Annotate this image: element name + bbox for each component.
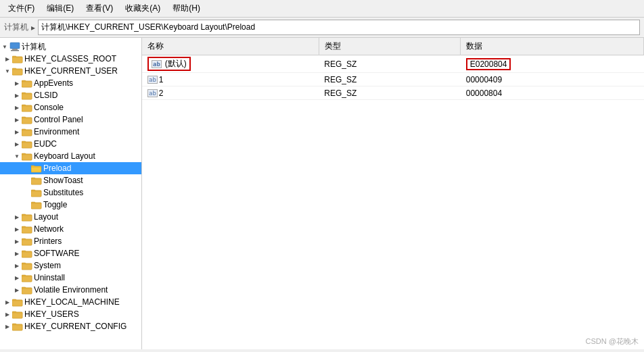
menu-favorites[interactable]: 收藏夹(A) xyxy=(120,1,166,16)
tree-item-keyboardlayout[interactable]: ▼ Keyboard Layout xyxy=(0,150,141,162)
folder-icon-system xyxy=(22,261,32,270)
expand-btn-software[interactable]: ▶ xyxy=(12,249,22,258)
tree-item-hkcu[interactable]: ▼ HKEY_CURRENT_USER xyxy=(0,65,141,77)
tree-label-computer: 计算机 xyxy=(22,41,46,53)
folder-icon-uninstall xyxy=(22,273,32,282)
table-row[interactable]: ab2REG_SZ00000804 xyxy=(142,86,644,100)
tree-item-console[interactable]: ▶ Console xyxy=(0,101,141,114)
menu-help[interactable]: 帮助(H) xyxy=(167,1,206,16)
expand-btn-hklm[interactable]: ▶ xyxy=(3,297,12,307)
tree-label-hklm: HKEY_LOCAL_MACHINE xyxy=(24,296,120,308)
svg-rect-0 xyxy=(10,43,20,49)
tree-label-controlpanel: Control Panel xyxy=(34,114,83,126)
tree-item-hku[interactable]: ▶ HKEY_USERS xyxy=(0,308,141,320)
tree-item-preload[interactable]: Preload xyxy=(0,162,141,174)
tree-item-uninstall[interactable]: ▶ Uninstall xyxy=(0,272,141,284)
svg-rect-64 xyxy=(12,300,22,306)
folder-icon-controlpanel xyxy=(22,115,32,124)
tree-label-keyboardlayout: Keyboard Layout xyxy=(34,150,95,162)
cell-data-0: E0200804 xyxy=(461,55,644,73)
svg-rect-70 xyxy=(12,324,22,330)
expand-btn-printers[interactable]: ▶ xyxy=(12,236,22,246)
tree-label-environment: Environment xyxy=(34,126,79,138)
tree-item-computer[interactable]: ▼ 计算机 xyxy=(0,41,141,53)
tree-item-layout[interactable]: ▶ Layout xyxy=(0,211,141,223)
expand-btn-hkcc[interactable]: ▶ xyxy=(3,322,12,331)
tree-item-hkcr[interactable]: ▶ HKEY_CLASSES_ROOT xyxy=(0,53,141,65)
folder-icon-clsid xyxy=(22,91,32,100)
tree-label-toggle: Toggle xyxy=(43,199,67,211)
expand-btn-keyboardlayout[interactable]: ▼ xyxy=(12,151,22,161)
expand-btn-controlpanel[interactable]: ▶ xyxy=(12,115,22,124)
expand-btn-computer[interactable]: ▼ xyxy=(0,42,9,51)
tree-item-printers[interactable]: ▶ Printers xyxy=(0,235,141,247)
folder-icon-layout xyxy=(22,212,32,222)
cell-name-0: ab(默认) xyxy=(142,55,319,73)
tree-label-hku: HKEY_USERS xyxy=(24,308,79,320)
svg-rect-23 xyxy=(22,130,32,136)
tree-label-system: System xyxy=(34,259,61,272)
expand-btn-clsid[interactable]: ▶ xyxy=(12,91,22,100)
tree-item-substitutes[interactable]: Substitutes xyxy=(0,186,141,199)
tree-item-software[interactable]: ▶ SOFTWARE xyxy=(0,247,141,259)
expand-btn-layout[interactable]: ▶ xyxy=(12,212,22,222)
tree-label-substitutes: Substitutes xyxy=(43,186,83,199)
folder-icon-environment xyxy=(22,127,32,136)
expand-btn-uninstall[interactable]: ▶ xyxy=(12,273,22,282)
table-row[interactable]: ab1REG_SZ00000409 xyxy=(142,73,644,86)
tree-item-controlpanel[interactable]: ▶ Control Panel xyxy=(0,114,141,126)
tree-item-toggle[interactable]: Toggle xyxy=(0,199,141,211)
menu-edit[interactable]: 编辑(E) xyxy=(41,1,79,16)
tree-item-network[interactable]: ▶ Network xyxy=(0,223,141,235)
expand-btn-eudc[interactable]: ▶ xyxy=(12,139,22,149)
svg-rect-58 xyxy=(22,276,32,282)
svg-rect-61 xyxy=(22,288,32,294)
svg-rect-67 xyxy=(12,312,22,318)
expand-btn-hkcu[interactable]: ▼ xyxy=(3,66,12,76)
tree-item-appevents[interactable]: ▶ AppEvents xyxy=(0,77,141,89)
svg-rect-52 xyxy=(22,251,32,257)
tree-item-eudc[interactable]: ▶ EUDC xyxy=(0,138,141,150)
col-type: 类型 xyxy=(319,38,460,55)
expand-btn-volatileenv[interactable]: ▶ xyxy=(12,285,22,295)
tree-label-network: Network xyxy=(34,223,64,235)
tree-label-layout: Layout xyxy=(34,211,58,223)
tree-item-environment[interactable]: ▶ Environment xyxy=(0,126,141,138)
tree-item-hkcc[interactable]: ▶ HKEY_CURRENT_CONFIG xyxy=(0,320,141,332)
expand-btn-environment[interactable]: ▶ xyxy=(12,127,22,136)
expand-btn-system[interactable]: ▶ xyxy=(12,261,22,270)
col-name: 名称 xyxy=(142,38,319,55)
tree-item-hklm[interactable]: ▶ HKEY_LOCAL_MACHINE xyxy=(0,296,141,308)
svg-rect-55 xyxy=(22,263,32,270)
svg-rect-29 xyxy=(22,154,32,160)
tree-panel[interactable]: ▼ 计算机▶ HKEY_CLASSES_ROOT▼ HKEY_CURRENT_U… xyxy=(0,38,142,349)
address-path[interactable]: 计算机\HKEY_CURRENT_USER\Keyboard Layout\Pr… xyxy=(38,20,640,35)
folder-icon-volatileenv xyxy=(22,285,32,295)
svg-rect-34 xyxy=(31,178,41,184)
tree-item-showtoast[interactable]: ShowToast xyxy=(0,174,141,186)
tree-label-console: Console xyxy=(34,101,64,114)
svg-rect-49 xyxy=(22,239,32,245)
address-label: 计算机 xyxy=(4,22,28,33)
folder-icon-hkcr xyxy=(12,54,23,64)
tree-item-system[interactable]: ▶ System xyxy=(0,259,141,272)
expand-btn-appevents[interactable]: ▶ xyxy=(12,78,22,88)
folder-icon-computer xyxy=(9,42,20,51)
folder-icon-appevents xyxy=(22,78,32,88)
cell-data-2: 00000804 xyxy=(461,86,644,100)
menu-bar: 文件(F) 编辑(E) 查看(V) 收藏夹(A) 帮助(H) xyxy=(0,0,644,18)
svg-rect-20 xyxy=(22,118,32,124)
tree-item-volatileenv[interactable]: ▶ Volatile Environment xyxy=(0,284,141,296)
expand-btn-console[interactable]: ▶ xyxy=(12,103,22,112)
menu-file[interactable]: 文件(F) xyxy=(3,1,40,16)
expand-btn-hkcr[interactable]: ▶ xyxy=(3,54,12,64)
expand-btn-hku[interactable]: ▶ xyxy=(3,309,12,319)
folder-icon-preload xyxy=(31,164,42,173)
tree-label-hkcc: HKEY_CURRENT_CONFIG xyxy=(24,320,127,332)
expand-btn-network[interactable]: ▶ xyxy=(12,224,22,234)
tree-item-clsid[interactable]: ▶ CLSID xyxy=(0,89,141,101)
svg-rect-1 xyxy=(12,49,18,50)
table-row[interactable]: ab(默认)REG_SZE0200804 xyxy=(142,55,644,73)
menu-view[interactable]: 查看(V) xyxy=(80,1,118,16)
tree-label-printers: Printers xyxy=(34,235,62,247)
